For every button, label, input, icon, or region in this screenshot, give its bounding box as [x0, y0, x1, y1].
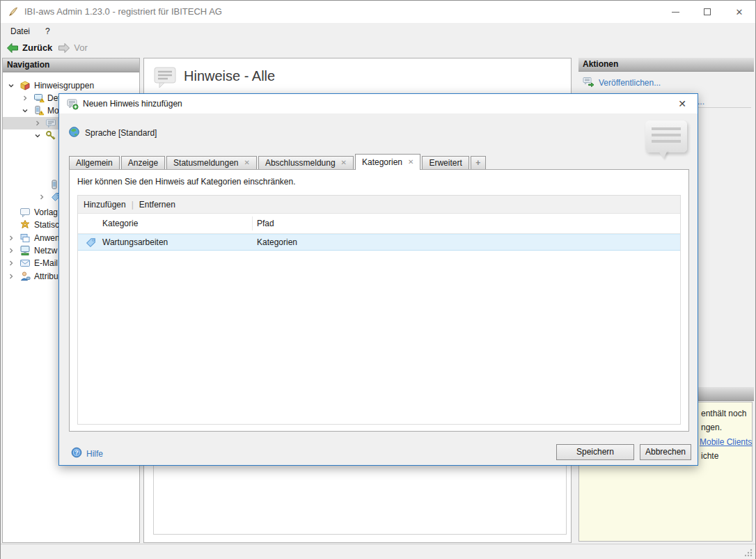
close-icon: ✕	[736, 7, 743, 17]
tab-statusmeldungen[interactable]: Statusmeldungen✕	[166, 156, 257, 169]
chevron-right-icon[interactable]	[36, 191, 47, 205]
note-line2: ngen.	[701, 423, 722, 432]
tree-item-label: Attribu	[34, 270, 58, 283]
window-title: IBI-aws Admin 1.23.0 - registriert für I…	[24, 1, 222, 23]
maximize-button[interactable]	[691, 1, 723, 23]
categories-table: Hinzufügen | Entfernen Kategorie Pfad Wa…	[77, 195, 681, 425]
help-label: Hilfe	[86, 449, 103, 459]
nav-toolbar: Zurück Vor	[1, 39, 755, 56]
language-label: Sprache [Standard]	[85, 128, 157, 138]
dialog-close-button[interactable]: ✕	[674, 97, 691, 111]
back-label: Zurück	[22, 42, 52, 53]
publish-action[interactable]: Veröffentlichen...	[583, 76, 661, 89]
minimize-button[interactable]	[659, 1, 691, 23]
categories-toolbar: Hinzufügen | Entfernen	[78, 196, 680, 214]
help-link[interactable]: ? Hilfe	[71, 447, 103, 460]
menu-datei[interactable]: Datei	[5, 24, 36, 39]
tree-item-label: E-Mail	[34, 257, 58, 269]
tree-item-label: Vorlag	[34, 206, 58, 219]
column-divider	[252, 216, 253, 230]
resize-grip[interactable]	[744, 549, 753, 557]
status-bar	[1, 544, 755, 559]
app-window: IBI-aws Admin 1.23.0 - registriert für I…	[0, 0, 756, 559]
tag-icon	[85, 237, 97, 251]
table-row[interactable]: Wartungsarbeiten Kategorien	[78, 234, 680, 251]
language-row: Sprache [Standard]	[68, 126, 157, 140]
actions-header: Aktionen	[578, 58, 754, 72]
tree-item-hinweisgruppen[interactable]: Hinweisgruppen	[3, 79, 139, 92]
help-icon: ?	[71, 447, 82, 460]
key-icon	[45, 130, 56, 143]
instruction-text: Hier können Sie den Hinweis auf Kategori…	[77, 177, 296, 187]
tree-item-label: Anwen	[34, 232, 60, 244]
publish-icon	[583, 76, 594, 89]
forward-button[interactable]: Vor	[58, 42, 88, 54]
kategorien-tab-page: Hier können Sie den Hinweis auf Kategori…	[69, 169, 689, 432]
title-bar: IBI-aws Admin 1.23.0 - registriert für I…	[1, 1, 755, 23]
tab-anzeige[interactable]: Anzeige	[121, 156, 165, 169]
back-arrow-icon	[6, 42, 19, 54]
minimize-icon	[672, 12, 679, 13]
close-button[interactable]: ✕	[723, 1, 755, 23]
attributes-person-icon	[19, 271, 31, 284]
forward-label: Vor	[74, 42, 88, 53]
page-title: Hinweise - Alle	[184, 68, 275, 84]
cancel-button[interactable]: Abbrechen	[640, 444, 691, 460]
statistics-icon	[19, 219, 31, 233]
save-button[interactable]: Speichern	[556, 444, 634, 460]
publish-label: Veröffentlichen...	[599, 78, 661, 88]
hint-watermark-icon	[645, 120, 687, 152]
tab-allgemein[interactable]: Allgemein	[69, 156, 120, 169]
tab-close-icon[interactable]: ✕	[341, 159, 347, 166]
cell-pfad: Kategorien	[257, 235, 297, 250]
back-button[interactable]: Zurück	[6, 42, 52, 54]
app-icon	[8, 6, 19, 19]
close-icon: ✕	[678, 98, 686, 109]
dialog-tabs: Allgemein Anzeige Statusmeldungen✕ Absch…	[69, 154, 487, 169]
chevron-down-icon[interactable]	[32, 130, 43, 143]
navigation-header: Navigation	[3, 58, 139, 72]
add-hint-dialog: Neuen Hinweis hinzufügen ✕ Sprache [Stan…	[58, 93, 698, 466]
tree-item-label: Statisc	[34, 219, 59, 231]
svg-text:?: ?	[74, 449, 79, 456]
tree-item-label: Hinweisgruppen	[34, 79, 94, 92]
tree-item-label: Netzw	[34, 244, 57, 257]
dialog-title: Neuen Hinweis hinzufügen	[83, 94, 182, 113]
truncated-action-label[interactable]: ...	[698, 97, 704, 107]
mobile-clients-link[interactable]: Mobile Clients	[700, 437, 752, 447]
maximize-icon	[704, 8, 711, 15]
tab-kategorien[interactable]: Kategorien✕	[355, 154, 420, 170]
column-pfad[interactable]: Pfad	[257, 214, 274, 234]
email-icon	[19, 258, 31, 271]
menu-bar: Datei ?	[1, 23, 755, 39]
tab-erweitert[interactable]: Erweitert	[422, 156, 468, 169]
menu-help[interactable]: ?	[40, 24, 56, 39]
forward-arrow-icon	[58, 42, 70, 54]
column-kategorie[interactable]: Kategorie	[102, 214, 138, 234]
add-category-button[interactable]: Hinzufügen	[78, 200, 132, 210]
globe-icon	[68, 126, 80, 140]
tree-item-label: Mo	[47, 104, 59, 117]
hints-bubble-icon	[154, 67, 178, 91]
add-hint-icon	[67, 98, 79, 112]
chevron-right-icon[interactable]	[6, 271, 17, 284]
remove-category-button[interactable]: Entfernen	[134, 200, 181, 210]
add-tab-button[interactable]: +	[471, 156, 486, 169]
table-header-row: Kategorie Pfad	[78, 214, 680, 234]
tab-close-icon[interactable]: ✕	[408, 159, 414, 166]
note-line1: enthält noch	[701, 409, 746, 418]
note-line3: ichte	[701, 451, 718, 461]
chevron-right-icon[interactable]	[6, 258, 17, 271]
tab-abschlussmeldung[interactable]: Abschlussmeldung✕	[258, 156, 354, 169]
dialog-title-bar: Neuen Hinweis hinzufügen ✕	[59, 94, 698, 113]
cell-kategorie: Wartungsarbeiten	[102, 235, 168, 250]
tab-close-icon[interactable]: ✕	[244, 159, 249, 166]
